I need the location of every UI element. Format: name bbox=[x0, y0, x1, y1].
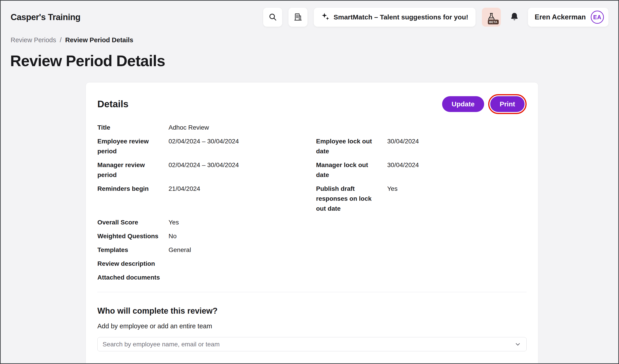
labs-button[interactable]: BETA bbox=[482, 8, 501, 27]
topbar-actions: SmartMatch – Talent suggestions for you!… bbox=[263, 8, 609, 27]
detail-row-manager-period: Manager review period 02/04/2024 – 30/04… bbox=[97, 160, 527, 180]
user-menu[interactable]: Eren Ackerman EA bbox=[528, 8, 608, 27]
print-highlight-ring: Print bbox=[488, 94, 527, 114]
search-button[interactable] bbox=[263, 8, 282, 27]
breadcrumb-current: Review Period Details bbox=[65, 36, 133, 44]
who-heading: Who will complete this review? bbox=[97, 306, 527, 316]
who-section: Who will complete this review? Add by em… bbox=[97, 306, 527, 351]
sparkle-icon bbox=[321, 12, 330, 22]
details-heading: Details bbox=[97, 99, 128, 109]
print-button[interactable]: Print bbox=[490, 96, 525, 112]
detail-row-title: Title Adhoc Review bbox=[97, 123, 527, 133]
who-subtext: Add by employee or add an entire team bbox=[97, 323, 527, 330]
detail-row-employee-period: Employee review period 02/04/2024 – 30/0… bbox=[97, 136, 527, 156]
detail-row-weighted-questions: Weighted Questions No bbox=[97, 231, 527, 241]
search-icon bbox=[268, 13, 277, 22]
detail-row-attached-documents: Attached documents bbox=[97, 272, 527, 283]
details-rows: Title Adhoc Review Employee review perio… bbox=[97, 123, 527, 283]
app-title: Casper's Training bbox=[11, 13, 80, 22]
smartmatch-label: SmartMatch – Talent suggestions for you! bbox=[334, 13, 468, 21]
avatar: EA bbox=[591, 11, 604, 24]
detail-row-templates: Templates General bbox=[97, 245, 527, 255]
notifications-button[interactable] bbox=[507, 8, 522, 27]
bell-icon bbox=[509, 12, 519, 23]
details-card: Details Update Print Title Adhoc Review … bbox=[86, 82, 538, 364]
page-title: Review Period Details bbox=[10, 52, 618, 69]
detail-row-review-description: Review description bbox=[97, 259, 527, 269]
smartmatch-button[interactable]: SmartMatch – Talent suggestions for you! bbox=[314, 8, 476, 27]
detail-row-reminders: Reminders begin 21/04/2024 Publish draft… bbox=[97, 184, 527, 214]
update-button[interactable]: Update bbox=[442, 96, 484, 112]
employee-team-search bbox=[97, 337, 527, 351]
chevron-down-icon bbox=[514, 341, 521, 348]
employee-team-search-input[interactable] bbox=[97, 337, 527, 351]
beta-badge: BETA bbox=[488, 20, 499, 24]
topbar: Casper's Training SmartMatch – Talent su… bbox=[1, 1, 618, 27]
user-name: Eren Ackerman bbox=[535, 13, 586, 21]
breadcrumb: Review Periods / Review Period Details bbox=[11, 36, 618, 44]
building-icon bbox=[294, 13, 302, 22]
details-actions: Update Print bbox=[442, 94, 527, 114]
company-button[interactable] bbox=[288, 8, 308, 27]
detail-row-overall-score: Overall Score Yes bbox=[97, 217, 527, 227]
breadcrumb-link-review-periods[interactable]: Review Periods bbox=[11, 36, 56, 44]
breadcrumb-separator: / bbox=[60, 36, 61, 44]
details-header: Details Update Print bbox=[97, 94, 527, 114]
